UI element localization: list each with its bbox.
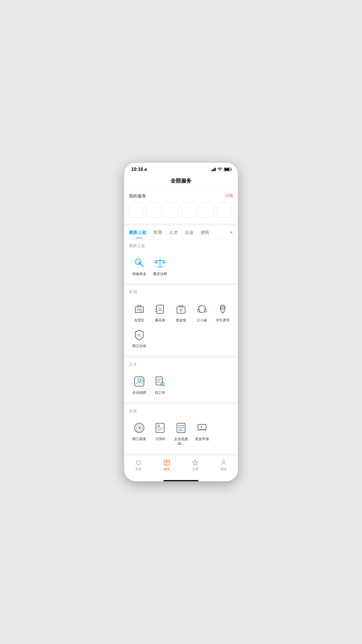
tab-talent[interactable]: 人才 [166, 230, 181, 238]
service-name-liangjangshuiwu: 两江税务 [132, 437, 146, 442]
svg-line-12 [141, 311, 142, 312]
service-item-liangjangshuiwu[interactable]: 税 两江税务 [129, 418, 150, 448]
service-name-chongqing-fawang: 重庆法网 [153, 272, 167, 276]
status-icons [211, 168, 231, 171]
content-area[interactable]: 我的服务 订阅 最新上架 常用 [124, 189, 238, 456]
section-latest-title: 最新上架 [124, 239, 238, 251]
service-item-jiangxiaomei[interactable]: 江小妹 [191, 300, 212, 325]
home-indicator [164, 480, 198, 481]
tax-doc-icon: 税 [154, 421, 166, 434]
svg-text:税: 税 [157, 424, 160, 427]
svg-rect-46 [177, 423, 185, 433]
service-name-tingcheyoudao: 停车诱导 [216, 318, 230, 323]
battery-icon [224, 168, 231, 171]
section-latest: 最新上架 维修基金 [124, 239, 238, 284]
location-arrow-icon [144, 168, 147, 171]
signal-bars-icon [211, 168, 216, 171]
service-item-chayiqing[interactable]: 查疫情 [171, 300, 191, 325]
svg-rect-23 [198, 309, 200, 312]
service-name-qiyezhaopin: 企业招聘 [132, 391, 146, 395]
svg-point-19 [159, 307, 161, 310]
service-name-zimaqu: 自贸区 [134, 318, 145, 323]
tab-add-button[interactable]: + [230, 229, 233, 239]
svg-point-55 [222, 460, 225, 463]
nav-item-affairs[interactable]: 办事 [181, 458, 210, 473]
nav-label-home: 首页 [135, 467, 142, 471]
wifi-icon [217, 168, 222, 171]
money-hand-icon: ¥ [196, 421, 208, 434]
service-item-qiyezhaopin[interactable]: 企业招聘 [129, 372, 150, 398]
svg-text:¥: ¥ [201, 425, 203, 429]
doc-person-icon [175, 421, 187, 434]
nav-item-mine[interactable]: 我的 [210, 458, 238, 473]
section-enterprise-title: 企业 [124, 404, 238, 416]
tab-enterprise[interactable]: 企业 [181, 230, 197, 238]
parking-pin-icon: P [216, 303, 229, 316]
tab-civil[interactable]: 便民 [197, 230, 213, 238]
service-name-zijinshenqing: 资金申请 [195, 437, 209, 442]
my-services-section: 我的服务 订阅 [124, 189, 238, 223]
briefcase-key-icon [133, 303, 146, 316]
shield-si-icon: SI [133, 328, 146, 341]
person-icon [220, 459, 227, 466]
subscribe-button[interactable]: 订阅 [225, 193, 233, 199]
service-item-zimaqu[interactable]: 自贸区 [129, 300, 150, 325]
phone-book-icon [154, 303, 166, 316]
header: 全部服务 [124, 174, 238, 189]
status-time: 10:16 [131, 167, 147, 172]
service-item-tingcheyoudao[interactable]: P 停车诱导 [212, 300, 233, 325]
service-name-qiyeyouhuizheng: 企业优惠政... [172, 437, 190, 446]
nav-label-affairs: 办事 [192, 467, 198, 471]
scale-icon [154, 256, 166, 269]
service-name-12366: 12366 [155, 437, 165, 442]
tab-latest[interactable]: 最新上架 [129, 230, 150, 238]
person-search-icon [133, 375, 146, 388]
heart-icon [135, 459, 142, 466]
bottom-nav: 首页 服务 办事 我的 [124, 455, 238, 478]
section-talent-grid: 企业招聘 找工作 [124, 370, 238, 402]
tab-common[interactable]: 常用 [150, 230, 166, 238]
svg-point-0 [219, 170, 220, 171]
placeholder-slot [129, 202, 144, 218]
tabs-and-latest: 最新上架 常用 人才 企业 便民 + 最新上架 [124, 226, 238, 284]
service-item-weixin-jijin[interactable]: 维修基金 [129, 253, 150, 279]
phone-frame: 10:16 全部服务 [124, 163, 238, 482]
section-common: 常用 自贸区 [124, 286, 238, 355]
section-common-title: 常用 [124, 286, 238, 297]
service-name-jiangxiaomei: 江小妹 [197, 318, 207, 323]
placeholder-slot [164, 202, 179, 218]
svg-line-2 [140, 264, 143, 267]
placeholder-slot [146, 202, 161, 218]
section-enterprise: 企业 税 两江税务 [124, 404, 238, 453]
service-name-liangjiangshebao: 两江社保 [132, 344, 146, 349]
doc-search-icon [154, 375, 166, 388]
nav-item-service[interactable]: 服务 [153, 458, 181, 473]
placeholder-slot [181, 202, 196, 218]
star-icon [192, 459, 199, 466]
section-enterprise-grid: 税 两江税务 税 [124, 416, 238, 453]
service-icon [163, 459, 170, 466]
service-item-liangjiangshebao[interactable]: SI 两江社保 [129, 325, 150, 351]
tabs: 最新上架 常用 人才 企业 便民 + [129, 226, 233, 239]
section-common-grid: 自贸区 通讯录 [124, 297, 238, 355]
svg-point-49 [180, 429, 181, 430]
svg-line-37 [164, 385, 165, 386]
service-item-zhaogongzuo[interactable]: 找工作 [150, 372, 171, 398]
service-item-chongqing-fawang[interactable]: 重庆法网 [150, 253, 171, 279]
service-item-12366[interactable]: 税 12366 [150, 418, 171, 448]
nav-item-home[interactable]: 首页 [124, 458, 153, 473]
medical-bag-icon [175, 303, 187, 316]
service-name-zhaogongzuo: 找工作 [155, 391, 165, 395]
placeholder-slot [216, 202, 231, 218]
service-item-zijinshenqing[interactable]: ¥ 资金申请 [191, 418, 212, 448]
my-services-label: 我的服务 [129, 193, 146, 199]
tabs-container: 最新上架 常用 人才 企业 便民 + [124, 226, 238, 239]
svg-rect-15 [157, 305, 164, 313]
service-item-qiyeyouhuizheng[interactable]: 企业优惠政... [171, 418, 191, 448]
service-name-weixin-jijin: 维修基金 [132, 272, 146, 276]
svg-line-31 [143, 381, 144, 382]
service-item-tongxunlu[interactable]: 通讯录 [150, 300, 171, 325]
tax-circle-icon: 税 [133, 421, 146, 434]
svg-point-7 [159, 260, 161, 261]
svg-text:SI: SI [137, 333, 140, 337]
